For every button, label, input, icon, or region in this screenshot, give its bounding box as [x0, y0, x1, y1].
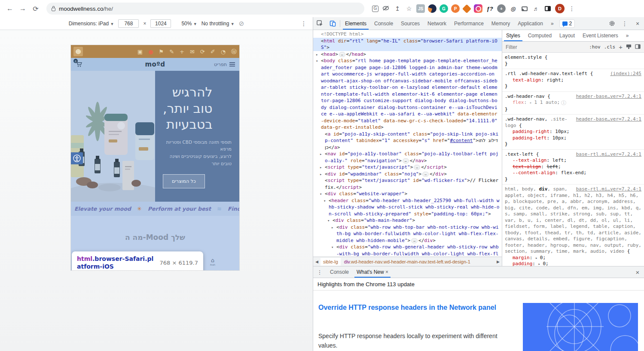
twisty-icon[interactable]: ▸ — [331, 224, 333, 231]
style-rule[interactable]: element.style {} — [502, 53, 644, 69]
devtools-tab-application[interactable]: Application — [514, 17, 547, 30]
styles-more-tabs-chevron[interactable]: » — [622, 30, 633, 41]
drawer-tab-console[interactable]: Console — [326, 266, 353, 278]
twisty-icon[interactable]: ▾ — [327, 218, 330, 224]
url-bar[interactable]: moodwellness.co/he/ — [46, 3, 364, 15]
menu-button[interactable]: תפריט — [214, 61, 235, 67]
dimensions-select[interactable]: Dimensions: iPad ▼ — [69, 21, 114, 27]
twisty-icon[interactable]: ▸ — [320, 151, 322, 158]
breadcrumb-previous[interactable]: sible-lg — [320, 258, 341, 266]
breadcrumb-left-arrow[interactable]: ◀ — [313, 260, 320, 264]
accessibility-widget-icon[interactable] — [71, 152, 83, 164]
math-fx-ext-icon[interactable]: ƒ? — [485, 4, 494, 13]
styles-tab-event-listeners[interactable]: Event Listeners — [579, 30, 622, 41]
customize-brush-icon[interactable]: ✐ — [211, 49, 215, 54]
shorthand-expand-icon[interactable]: ▸ — [530, 100, 534, 105]
wordpress-icon[interactable]: Ⓦ — [231, 49, 237, 54]
shorthand-expand-icon[interactable]: ▸ — [538, 262, 543, 266]
code-line[interactable]: ▾<div class="whb-row whb-general-header … — [313, 244, 502, 257]
eye-off-icon[interactable] — [382, 5, 390, 12]
devtools-settings-gear-icon[interactable] — [605, 20, 618, 27]
style-rule[interactable]: base-rtl.mi…ver=7.2.4:1.text-left {--tex… — [502, 150, 644, 185]
twisty-icon[interactable]: ▸ — [316, 51, 318, 58]
styles-tab-computed[interactable]: Computed — [524, 30, 555, 41]
new-style-rule-button[interactable]: + — [619, 43, 623, 51]
style-source-link[interactable]: base-rtl.mi…ver=7.2.4:1 — [576, 186, 641, 193]
code-line[interactable]: ▾<body class="rtl home page-template pag… — [313, 57, 502, 131]
expand-dots-icon[interactable]: … — [422, 172, 429, 177]
device-width-input[interactable] — [118, 19, 139, 28]
style-property[interactable]: padding: ▸ 0; — [505, 261, 641, 266]
style-source-link[interactable]: base-rtl.mi…ver=7.2.4:1 — [576, 151, 641, 158]
cast-icon[interactable] — [520, 4, 529, 13]
styles-filter-input[interactable] — [506, 44, 586, 50]
hover-state-button[interactable]: :hov — [589, 44, 601, 50]
wp-user-avatar[interactable]: ☻ — [73, 47, 83, 56]
dashboard-gauge-icon[interactable]: ◔ — [221, 49, 226, 54]
notification-dot[interactable]: ● — [148, 49, 153, 54]
code-line[interactable]: <a id="pojo-a11y-skip-content" class="po… — [313, 131, 502, 151]
shorthand-expand-icon[interactable]: ▸ — [535, 256, 540, 260]
browser-menu-icon[interactable]: ⋮ — [568, 5, 576, 12]
code-line[interactable]: ▸<nav id="pojo-a11y-toolbar" class="pojo… — [313, 151, 502, 164]
issues-counter[interactable]: 2 — [559, 19, 575, 28]
devtools-close-icon[interactable]: × — [631, 20, 644, 27]
style-property[interactable]: text-align: right; — [505, 77, 641, 84]
style-rule[interactable]: header-base…ver=7.2.4:1.wd-header-nav {f… — [502, 92, 644, 115]
reload-button[interactable]: ⟳ — [30, 3, 41, 14]
twisty-icon[interactable]: ▾ — [320, 191, 322, 198]
seo-flag-icon[interactable]: ⚑ — [159, 49, 164, 54]
style-source-link[interactable]: header-base…ver=7.2.4:1 — [576, 116, 641, 123]
expand-dots-icon[interactable]: … — [411, 238, 418, 243]
profile-avatar[interactable]: D — [555, 4, 565, 13]
translate-icon[interactable]: G — [372, 6, 378, 12]
comments-icon[interactable]: ✉ — [190, 49, 195, 54]
style-rule[interactable]: (index):245.rtl .wd-header-nav.text-left… — [502, 69, 644, 92]
inspect-element-icon[interactable] — [313, 17, 326, 30]
code-line[interactable]: ▾<div class="whb-main-header"> — [313, 217, 502, 224]
style-rule[interactable]: header-base…ver=7.2.4:1.wd-header-nav, .… — [502, 115, 644, 150]
twisty-icon[interactable]: ▸ — [320, 164, 322, 171]
devtools-tab-network[interactable]: Network — [424, 17, 450, 30]
all-products-button[interactable]: כל המוצרים — [163, 174, 205, 188]
twisty-icon[interactable]: ▸ — [320, 171, 322, 178]
updates-icon[interactable]: ⟳ — [200, 49, 205, 54]
styles-tab-layout[interactable]: Layout — [555, 30, 579, 41]
expand-dots-icon[interactable]: … — [403, 158, 409, 163]
twisty-icon[interactable]: ▾ — [316, 58, 318, 65]
devtools-tab-elements[interactable]: Elements — [341, 17, 370, 30]
shop-toolbar-item[interactable]: ⌂ חנות — [210, 257, 215, 266]
devtools-tab-console[interactable]: Console — [370, 17, 397, 30]
zoom-select[interactable]: 50% ▼ — [181, 21, 197, 27]
style-property[interactable]: margin: ▸ 0; — [505, 255, 641, 261]
sidebar-toggle-icon[interactable] — [635, 43, 641, 51]
forward-button[interactable]: → — [17, 3, 28, 14]
code-line[interactable]: ▸<script type="text/javascript">…</scrip… — [313, 164, 502, 171]
back-button[interactable]: ← — [4, 3, 15, 14]
style-rule[interactable]: base-rtl.mi…ver=7.2.4:1html, body, div, … — [502, 185, 644, 266]
twisty-icon[interactable]: ▾ — [324, 198, 326, 205]
twisty-icon[interactable]: ▾ — [331, 244, 333, 251]
grammarly-ext-icon[interactable]: G — [440, 4, 448, 13]
camera-ext-icon[interactable] — [474, 4, 482, 13]
bookmark-star-icon[interactable]: ☆ — [405, 5, 413, 12]
drawer-close-icon[interactable]: × — [631, 266, 644, 278]
code-line[interactable]: ▾<div class="website-wrapper"> — [313, 191, 502, 197]
metamask-fox-icon[interactable] — [462, 4, 471, 13]
throttling-select[interactable]: No throttling ▼ — [201, 21, 235, 27]
code-line[interactable]: ▸<div class="whb-row whb-top-bar whb-not… — [313, 224, 502, 244]
whats-new-article-link[interactable]: Override HTTP response headers in the Ne… — [318, 303, 507, 312]
info-icon[interactable]: i — [561, 100, 566, 105]
playlist-ext-icon[interactable]: ♬ — [532, 4, 540, 13]
devtools-menu-icon[interactable]: ⋮ — [618, 20, 631, 27]
code-line[interactable]: ▸<head>…</head> — [313, 51, 502, 58]
rotate-device-icon[interactable]: ⊘ — [239, 20, 244, 27]
style-property[interactable]: --content-align: flex-end; — [505, 170, 641, 176]
lock-icon[interactable] — [52, 8, 55, 11]
edit-pencil-icon[interactable]: ✎ — [169, 49, 174, 54]
drawer-menu-icon[interactable]: ⋮ — [313, 266, 326, 278]
code-line[interactable]: ▸<div id="wpadminbar" class="nojq">…</di… — [313, 171, 502, 178]
code-token[interactable]: #content — [450, 138, 473, 143]
style-source-link[interactable]: (index):245 — [610, 71, 641, 77]
style-property[interactable]: padding-right: 10px; — [505, 129, 641, 135]
